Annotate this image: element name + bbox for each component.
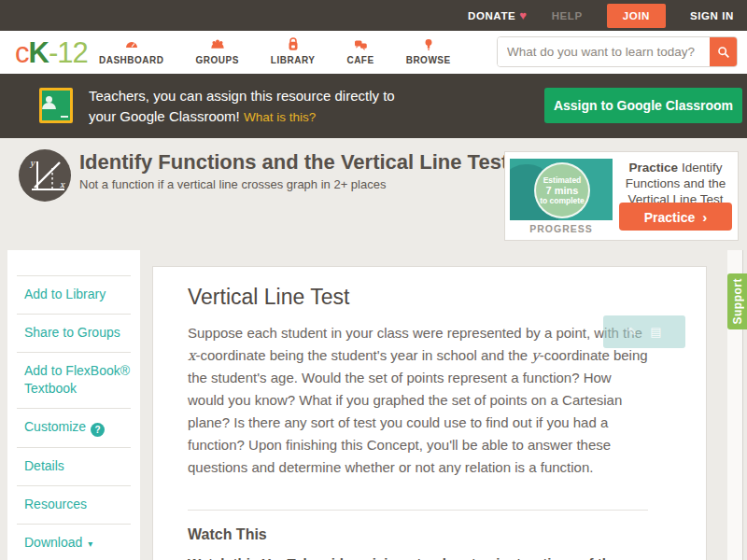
google-classroom-icon	[39, 88, 73, 123]
practice-card: Estimated 7 mins to complete PROGRESS Pr…	[504, 151, 739, 241]
support-tab[interactable]: Support	[727, 273, 747, 329]
backpack-icon	[285, 36, 302, 53]
youtube-link[interactable]: YouTube	[261, 555, 319, 560]
page-title: Identify Functions and the Vertical Line…	[79, 150, 508, 175]
nav-items: DASHBOARD GROUPS LIBRARY CAFE BROWSE	[95, 35, 455, 67]
top-utility-bar: DONATE♥ HELP JOIN SIGN IN	[0, 0, 747, 31]
article-title: Vertical Line Test	[188, 285, 648, 310]
donate-link[interactable]: DONATE♥	[468, 8, 528, 22]
lightbulb-icon	[420, 36, 437, 53]
graph-concept-icon: y x	[19, 149, 71, 202]
main-navbar: cK-12 DASHBOARD GROUPS LIBRARY CAFE BROW…	[0, 31, 747, 75]
ck12-lesson-page: DONATE♥ HELP JOIN SIGN IN cK-12 DASHBOAR…	[0, 0, 747, 560]
sidebar-item-resources[interactable]: Resources	[17, 485, 131, 524]
sign-in-link[interactable]: SIGN IN	[690, 10, 734, 21]
sidebar-item-details[interactable]: Details	[17, 447, 131, 485]
content-area: Add to Library Share to Groups Add to Fl…	[0, 250, 747, 560]
sidebar-item-add-to-flexbook[interactable]: Add to FlexBook® Textbook	[17, 352, 131, 408]
lesson-header: y x Identify Functions and the Vertical …	[0, 138, 747, 250]
highlighter-icon[interactable]: ✎	[627, 325, 637, 339]
sidebar-item-customize[interactable]: Customize?	[17, 408, 131, 447]
heart-icon: ♥	[519, 8, 527, 22]
search-button[interactable]	[710, 37, 737, 66]
search-icon	[716, 45, 731, 60]
sidebar-item-add-to-library[interactable]: Add to Library	[17, 275, 131, 314]
sidebar-item-download[interactable]: Download▾	[17, 524, 131, 560]
chevron-down-icon: ▾	[88, 539, 92, 549]
article-intro: Suppose each student in your class were …	[188, 322, 648, 479]
nav-browse[interactable]: BROWSE	[402, 35, 455, 67]
help-link[interactable]: HELP	[552, 10, 583, 21]
help-badge-icon[interactable]: ?	[91, 423, 105, 437]
search-input[interactable]	[498, 37, 710, 66]
search-bar	[497, 36, 738, 67]
section-divider	[188, 510, 648, 511]
progress-label: PROGRESS	[510, 223, 613, 234]
nav-library[interactable]: LIBRARY	[267, 35, 319, 67]
practice-thumbnail: Estimated 7 mins to complete	[510, 159, 613, 220]
people-icon	[209, 36, 226, 53]
estimated-time-badge: Estimated 7 mins to complete	[534, 162, 590, 218]
what-is-this-link[interactable]: What is this?	[244, 110, 316, 124]
chat-bubbles-icon	[352, 36, 369, 53]
watch-this-text: Watch this YouTube video giving step-by-…	[188, 552, 648, 560]
sidebar-item-share-to-groups[interactable]: Share to Groups	[17, 314, 131, 352]
note-icon[interactable]: ▤	[650, 325, 661, 339]
chevron-right-icon: ›	[702, 209, 707, 225]
nav-dashboard[interactable]: DASHBOARD	[95, 35, 168, 67]
assign-to-classroom-button[interactable]: Assign to Google Classroom	[544, 88, 742, 123]
classroom-banner: Teachers, you can assign this resource d…	[0, 74, 747, 138]
nav-groups[interactable]: GROUPS	[192, 35, 243, 67]
nav-cafe[interactable]: CAFE	[343, 35, 377, 67]
article-card: Vertical Line Test Suppose each student …	[152, 266, 707, 560]
join-button[interactable]: JOIN	[607, 4, 666, 28]
page-subtitle: Not a function if a vertical line crosse…	[79, 177, 386, 191]
actions-sidebar: Add to Library Share to Groups Add to Fl…	[7, 250, 140, 560]
gauge-icon	[123, 36, 140, 53]
watch-this-heading: Watch This	[188, 526, 648, 543]
banner-message: Teachers, you can assign this resource d…	[89, 86, 395, 128]
practice-button[interactable]: Practice›	[619, 203, 732, 231]
highlight-annotation-popup[interactable]: ✎ ▤	[603, 315, 685, 348]
practice-card-text: Practice Identify Functions and the Vert…	[617, 160, 734, 207]
ck12-logo[interactable]: cK-12	[15, 36, 88, 70]
